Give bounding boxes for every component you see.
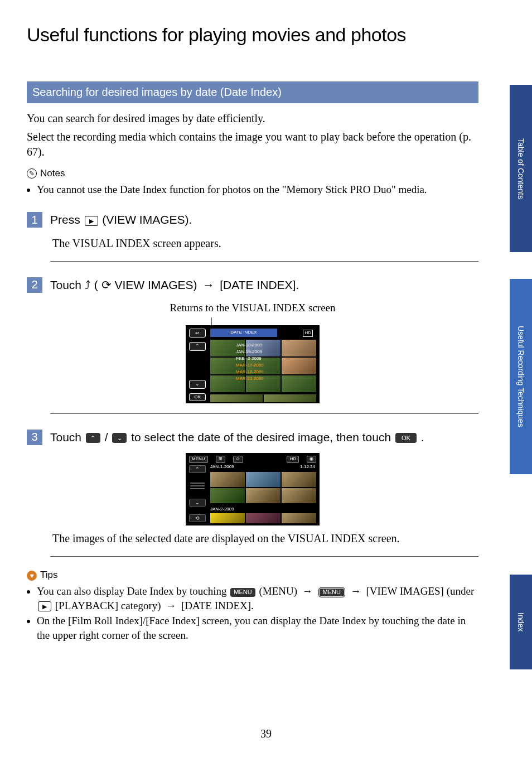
tips-heading: ♥ Tips [27,569,478,582]
step-3-description: The images of the selected date are disp… [52,531,478,546]
note-item: You cannot use the Date Index function f… [37,182,478,197]
thumbnail [282,340,316,356]
view-images-alt-icon: ⟳ [101,278,112,291]
step-1-description: The VISUAL INDEX screen appears. [52,236,478,251]
tips-label: Tips [40,569,58,582]
step-1-title: Press ▶ (VIEW IMAGES). [50,212,478,228]
step-3-title: Touch ⌃ / ⌄ to select the date of the de… [50,430,478,445]
arrow-icon: → [300,585,315,597]
thumbnail [282,358,316,374]
down-button-icon: ⌄ [189,499,206,507]
divider [50,261,478,262]
thumbnail [282,472,316,487]
film-icon: ⊞ [216,456,225,463]
down-button-icon: ⌄ [189,380,206,389]
step-1: 1 Press ▶ (VIEW IMAGES). [27,212,478,231]
thumbnail [282,513,316,523]
notes-icon: ✎ [27,168,37,179]
divider [50,413,478,414]
return-icon: ⟲ [189,514,206,522]
intro-paragraph-2: Select the recording media which contain… [27,129,478,160]
mock1-caption: Returns to the VISUAL INDEX screen [27,301,478,315]
section-heading: Searching for desired images by date (Da… [27,81,478,103]
side-tabs: Table of Contents Useful Recording Techn… [510,0,532,757]
menu-label: MENU [189,456,208,463]
down-key-icon: ⌄ [112,433,127,443]
up-button-icon: ⌃ [189,465,206,473]
tab-index[interactable]: Index [510,575,532,669]
arrow-icon: → [163,600,178,611]
camera-icon: ◉ [307,456,316,463]
date-label-1: JAN-1-2009 [210,464,234,470]
step-number: 1 [27,212,42,228]
thumbnail [282,488,316,503]
thumbnail [246,488,280,503]
step-3: 3 Touch ⌃ / ⌄ to select the date of the … [27,430,478,449]
menu-key-icon: MENU [230,588,255,597]
back-button-icon: ↩ [189,329,206,337]
thumbnail [210,358,245,374]
thumbnail [282,375,316,392]
arrow-icon: → [200,278,216,291]
visual-index-screenshot: MENU ⊞ ☺ HD ◉ JAN-1-2009 1:12:34 ⌃ ⌄ ⟲ J… [186,453,320,525]
step-number: 3 [27,430,42,445]
date-index-title: DATE INDEX [210,329,277,337]
thumbnail [246,513,280,523]
thumbnail [210,488,245,503]
tip-item: You can also display Date Index by touch… [37,584,478,613]
page-title: Useful functions for playing movies and … [27,22,478,48]
step-2-title: Touch ⤴ ( ⟳ VIEW IMAGES) → [DATE INDEX]. [50,277,478,293]
divider [50,556,478,557]
thumbnail [210,340,245,356]
arrow-icon: → [349,585,364,597]
step-2: 2 Touch ⤴ ( ⟳ VIEW IMAGES) → [DATE INDEX… [27,277,478,296]
tab-table-of-contents[interactable]: Table of Contents [510,85,532,252]
notes-heading: ✎ Notes [27,167,478,180]
page-number: 39 [0,726,532,741]
play-icon: ▶ [38,601,51,611]
date-index-screenshot: ↩ DATE INDEX HD ⌃ ⌄ OK JAN-18-2009 JAN-1… [186,325,320,403]
notes-label: Notes [40,167,65,180]
bars-icon [189,481,206,491]
time-label: 1:12:34 [300,464,315,470]
date-label-2: JAN-2-2009 [210,507,234,513]
hd-badge: HD [287,456,299,463]
thumbnail [246,340,280,356]
thumbnail [210,375,245,392]
up-key-icon: ⌃ [86,433,100,443]
tip-item: On the [Film Roll Index]/[Face Index] sc… [37,614,478,642]
tips-icon: ♥ [27,571,37,581]
notes-list: You cannot use the Date Index function f… [27,182,478,197]
menu2-key-icon: MENU [319,588,345,597]
thumbnail [246,472,280,487]
step-number: 2 [27,277,42,293]
tips-list: You can also display Date Index by touch… [27,584,478,643]
up-button-icon: ⌃ [189,342,206,351]
face-icon: ☺ [233,456,243,463]
thumbnail [210,472,245,487]
ok-key-icon: OK [395,433,417,443]
play-icon: ▶ [85,216,98,226]
thumbnail [246,358,280,374]
tab-useful-recording-techniques[interactable]: Useful Recording Techniques [510,279,532,474]
ok-button-icon: OK [189,393,206,401]
intro-paragraph-1: You can search for desired images by dat… [27,111,478,126]
hd-badge: HD [303,330,313,337]
thumbnail [246,375,280,392]
thumbnail [210,513,245,523]
view-images-icon: ⤴ [85,278,91,291]
